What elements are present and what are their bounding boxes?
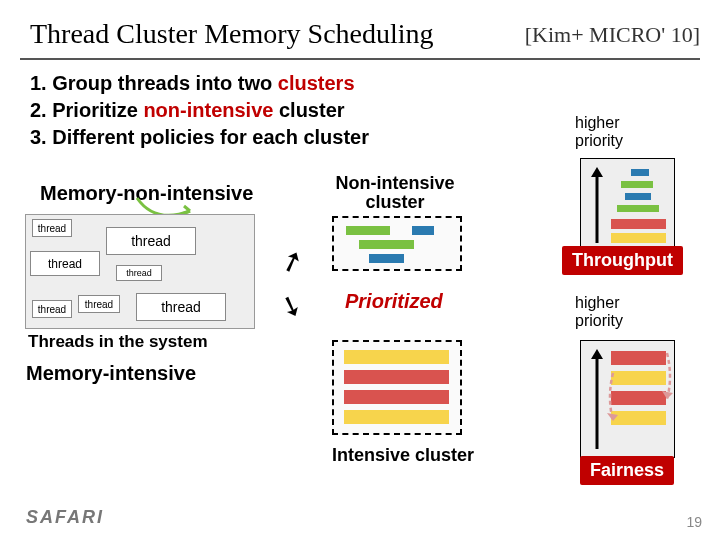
fairness-panel	[580, 340, 675, 458]
bar-green	[621, 181, 653, 188]
page-number: 19	[686, 514, 702, 530]
label-higher-priority-top: higher priority	[575, 114, 623, 149]
bar-green	[359, 240, 414, 249]
thread-item: thread	[116, 265, 162, 281]
svg-marker-5	[607, 413, 618, 421]
badge-fairness: Fairness	[580, 456, 674, 485]
throughput-panel	[580, 158, 675, 248]
bar-yellow	[344, 410, 449, 424]
bar-yellow	[344, 350, 449, 364]
bar-green	[617, 205, 659, 212]
intensive-cluster-box	[332, 340, 462, 435]
thread-item: thread	[78, 295, 120, 313]
arrow-up-right-icon: ➚	[275, 242, 308, 281]
bar-red	[344, 390, 449, 404]
label-prioritized: Prioritized	[345, 290, 443, 313]
label-memory-non-intensive: Memory-non-intensive	[40, 182, 253, 205]
shuffle-arrows-icon	[607, 347, 673, 431]
bar-yellow	[611, 233, 666, 243]
bar-green	[346, 226, 390, 235]
label-higher-priority-bottom: higher priority	[575, 294, 623, 329]
bullet-list: 1. Group threads into two clusters 2. Pr…	[30, 70, 369, 151]
bar-blue	[369, 254, 404, 263]
svg-marker-3	[591, 349, 603, 359]
title-underline	[20, 58, 700, 60]
thread-item: thread	[32, 300, 72, 318]
threads-box: thread thread thread thread thread threa…	[25, 214, 255, 329]
up-arrow-icon	[589, 349, 605, 449]
label-non-intensive-cluster: Non-intensive cluster	[325, 174, 465, 212]
thread-item: thread	[106, 227, 196, 255]
bullet-2: 2. Prioritize non-intensive cluster	[30, 97, 369, 124]
svg-marker-1	[591, 167, 603, 177]
thread-item: thread	[136, 293, 226, 321]
bullet-3: 3. Different policies for each cluster	[30, 124, 369, 151]
bar-red	[344, 370, 449, 384]
bullet-1: 1. Group threads into two clusters	[30, 70, 369, 97]
thread-item: thread	[30, 251, 100, 276]
bar-blue	[631, 169, 649, 176]
svg-marker-4	[662, 391, 673, 399]
brand-logo: SAFARI	[26, 507, 104, 528]
arrow-down-right-icon: ➘	[275, 287, 308, 326]
up-arrow-icon	[589, 167, 605, 243]
citation: [Kim+ MICRO' 10]	[525, 22, 700, 48]
bar-red	[611, 219, 666, 229]
label-intensive-cluster: Intensive cluster	[332, 445, 474, 466]
badge-throughput: Throughput	[562, 246, 683, 275]
threads-caption: Threads in the system	[28, 332, 208, 352]
thread-item: thread	[32, 219, 72, 237]
bar-blue	[412, 226, 434, 235]
slide-title: Thread Cluster Memory Scheduling	[30, 18, 434, 50]
non-intensive-cluster-box	[332, 216, 462, 271]
bar-blue	[625, 193, 651, 200]
label-memory-intensive: Memory-intensive	[26, 362, 196, 385]
